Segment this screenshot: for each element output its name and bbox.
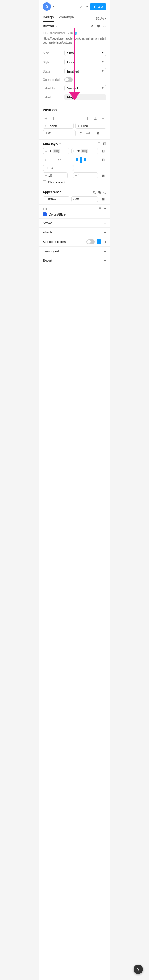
auto-layout-section: Auto layout ⊞ ⊞ W 66 Hug H 28 Hug ⊞ ↓ [39, 140, 110, 188]
stroke-add-icon[interactable]: + [104, 221, 106, 225]
component-more-icon[interactable]: ··· [103, 24, 106, 28]
svg-rect-0 [76, 158, 78, 161]
wh-row: W 66 Hug H 28 Hug ⊞ [43, 148, 106, 154]
height-box[interactable]: H 28 Hug [71, 148, 98, 154]
spacing-options-icon[interactable]: ⊞ [100, 156, 106, 163]
dir-wrap-icon[interactable]: ↩ [56, 157, 62, 163]
flip-v-icon[interactable]: ⊣⊢ [86, 130, 92, 137]
size-chevron-icon: ▾ [102, 51, 104, 55]
component-target-icon[interactable]: ⊕ [97, 24, 100, 28]
width-box[interactable]: W 66 Hug [43, 148, 69, 154]
style-label: Style [43, 60, 62, 64]
fill-title: Fill [43, 207, 47, 210]
style-select[interactable]: Filled ▾ [64, 59, 106, 65]
padding-box[interactable]: ⊣ 10 [43, 172, 68, 178]
x-coord-box[interactable]: X 18856 [43, 123, 74, 129]
h-label: H [73, 150, 75, 153]
rotation-value: 0° [48, 131, 51, 135]
top-bar: D ▾ ▷ ▾ Share [39, 0, 110, 13]
selection-color-swatch[interactable] [96, 239, 101, 244]
clip-content-checkbox[interactable] [43, 180, 46, 184]
flip-h-icon[interactable]: ⊙ [77, 130, 84, 137]
resize-icon[interactable]: ⊞ [100, 148, 106, 154]
play-button[interactable]: ▷ [77, 3, 85, 10]
label-type-label: Label Ty... [43, 86, 62, 90]
component-link-icon[interactable]: ↺ [91, 24, 94, 28]
export-title: Export [43, 259, 52, 262]
avatar[interactable]: D [43, 2, 51, 11]
align-center-h-button[interactable]: ⊤ [50, 115, 57, 122]
gap-box[interactable]: ⊣⊢ 3 [43, 165, 74, 171]
on-material-label: On material [43, 78, 62, 81]
share-button[interactable]: Share [90, 3, 106, 10]
align-right-button[interactable]: ⊢ [58, 115, 65, 122]
appearance-icon3[interactable]: ◌ [103, 190, 106, 194]
stroke-section: Stroke + [39, 218, 110, 228]
appearance-resize-icon[interactable]: ⊞ [100, 196, 106, 202]
appearance-icons: ◎ ◉ ◌ [93, 190, 106, 194]
coord-row-xy: X 18856 Y 1156 [43, 123, 106, 129]
component-icons: ↺ ⊕ ··· [91, 24, 106, 28]
layout-grid-section: Layout grid + [39, 247, 110, 256]
property-on-material: On material [39, 76, 110, 84]
distribute-icon[interactable]: ⊞ [94, 130, 101, 137]
opacity-box[interactable]: □ 100% [43, 196, 69, 202]
property-state: State Enabled ▾ [39, 67, 110, 76]
property-style: Style Filled ▾ [39, 57, 110, 67]
selection-colors-toggle[interactable] [87, 239, 95, 244]
zoom-level[interactable]: 151% ▾ [96, 17, 106, 21]
auto-layout-icon1[interactable]: ⊞ [98, 142, 101, 146]
platform-info: iOS 18 and iPadOS 18 🌐 [39, 30, 110, 36]
label-type-select[interactable]: Symbol ... ▾ [64, 85, 106, 91]
fill-remove-icon[interactable]: − [104, 212, 106, 216]
align-center-v-button[interactable]: ⊥ [92, 115, 99, 122]
appearance-section: Appearance ◎ ◉ ◌ □ 100% ◜ 40 ⊞ [39, 188, 110, 205]
label-label: Label [43, 95, 62, 99]
dir-right-icon[interactable]: → [50, 157, 55, 163]
rotation-box[interactable]: ↺ 0° [43, 130, 76, 137]
component-url[interactable]: https://developer.apple.com/design/human… [39, 36, 110, 46]
selection-colors-section: Selection colors +1 [39, 237, 110, 247]
help-button[interactable]: ? [133, 964, 143, 974]
corner-radius-box[interactable]: ◜ 40 [71, 196, 98, 202]
fill-add-icon[interactable]: + [104, 206, 106, 211]
state-select[interactable]: Enabled ▾ [64, 68, 106, 74]
tab-design[interactable]: Design [43, 15, 54, 22]
fill-mode-icon[interactable]: ⊞ [98, 206, 102, 211]
export-section: Export + [39, 256, 110, 265]
padding2-box[interactable]: ≡ 4 [73, 172, 98, 178]
fill-color-swatch[interactable] [43, 212, 47, 216]
appearance-icon1[interactable]: ◎ [93, 190, 96, 194]
label-type-chevron-icon: ▾ [102, 86, 104, 90]
effects-title: Effects [43, 231, 53, 234]
tab-prototype[interactable]: Prototype [58, 15, 74, 22]
appearance-icon2[interactable]: ◉ [98, 190, 101, 194]
corner-value: 40 [75, 197, 79, 201]
state-label: State [43, 70, 62, 73]
label-value[interactable]: Play [64, 94, 106, 100]
appearance-title: Appearance [43, 190, 61, 194]
align-top-button[interactable]: ⊤ [84, 115, 91, 122]
y-coord-box[interactable]: Y 1156 [75, 123, 106, 129]
effects-section: Effects + [39, 228, 110, 237]
property-label-type: Label Ty... Symbol ... ▾ [39, 84, 110, 93]
effects-add-icon[interactable]: + [104, 230, 106, 234]
align-bottom-button[interactable]: ⊣ [100, 115, 106, 122]
on-material-toggle[interactable] [64, 77, 73, 82]
avatar-chevron-icon[interactable]: ▾ [53, 5, 54, 8]
layout-grid-add-icon[interactable]: + [104, 249, 106, 253]
padding-expand-icon[interactable]: ⊞ [100, 172, 106, 179]
play-chevron-icon[interactable]: ▾ [87, 5, 88, 8]
selection-colors-controls: +1 [87, 239, 106, 244]
size-select[interactable]: Small ▾ [64, 50, 106, 56]
align-row-top: ⊣ ⊤ ⊢ ⊤ ⊥ ⊣ [43, 115, 106, 122]
property-size: Size Small ▾ [39, 48, 110, 57]
dir-down-icon[interactable]: ↓ [43, 157, 48, 163]
top-bar-left: D ▾ [43, 2, 54, 11]
export-add-icon[interactable]: + [104, 258, 106, 262]
corner-icon: ◜ [73, 198, 75, 201]
appearance-values-row: □ 100% ◜ 40 ⊞ [43, 196, 106, 202]
auto-layout-icon2[interactable]: ⊞ [103, 142, 106, 146]
component-title[interactable]: Button ▾ [43, 24, 57, 28]
align-left-button[interactable]: ⊣ [43, 115, 49, 122]
